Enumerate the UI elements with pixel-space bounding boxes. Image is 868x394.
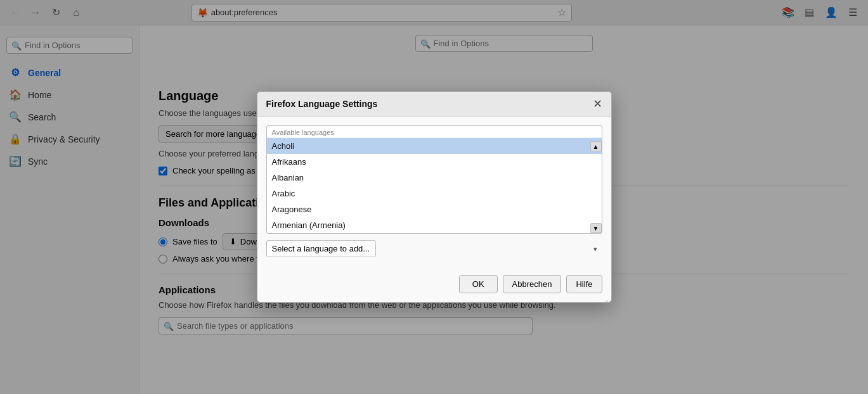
- listbox-scroll-up-button[interactable]: ▲: [590, 141, 602, 151]
- list-item[interactable]: Acholi: [267, 138, 602, 154]
- dialog-title: Firefox Language Settings: [266, 99, 378, 109]
- select-language-row: Select a language to add... ▾: [266, 240, 602, 257]
- list-item[interactable]: Arabic: [267, 186, 602, 201]
- dialog-body: Available languages ▲ Acholi Afrikaans A…: [257, 117, 611, 275]
- list-item[interactable]: Albanian: [267, 170, 602, 186]
- select-language-wrapper: Select a language to add... ▾: [266, 240, 602, 257]
- list-item[interactable]: Afrikaans: [267, 154, 602, 170]
- select-language-dropdown[interactable]: Select a language to add...: [266, 240, 376, 257]
- list-item[interactable]: Armenian (Armenia): [267, 217, 602, 233]
- dialog-overlay: Firefox Language Settings ✕ Available la…: [0, 0, 868, 394]
- abbrechen-button[interactable]: Abbrechen: [503, 275, 562, 293]
- list-item[interactable]: Aragonese: [267, 201, 602, 217]
- dialog-buttons: OK Abbrechen Hilfe: [257, 275, 611, 302]
- dialog-header: Firefox Language Settings ✕: [257, 92, 611, 117]
- listbox-scroll-down-button[interactable]: ▼: [590, 223, 602, 233]
- select-chevron-icon: ▾: [593, 245, 597, 253]
- language-settings-dialog: Firefox Language Settings ✕ Available la…: [257, 91, 612, 303]
- dialog-close-button[interactable]: ✕: [593, 98, 602, 110]
- available-languages-label: Available languages: [267, 126, 602, 138]
- ok-button[interactable]: OK: [459, 275, 498, 293]
- available-languages-listbox-container: Available languages ▲ Acholi Afrikaans A…: [266, 125, 602, 234]
- languages-listbox: Acholi Afrikaans Albanian Arabic Aragone…: [267, 138, 602, 233]
- hilfe-button[interactable]: Hilfe: [566, 275, 602, 293]
- resize-handle[interactable]: ⌟: [605, 296, 611, 302]
